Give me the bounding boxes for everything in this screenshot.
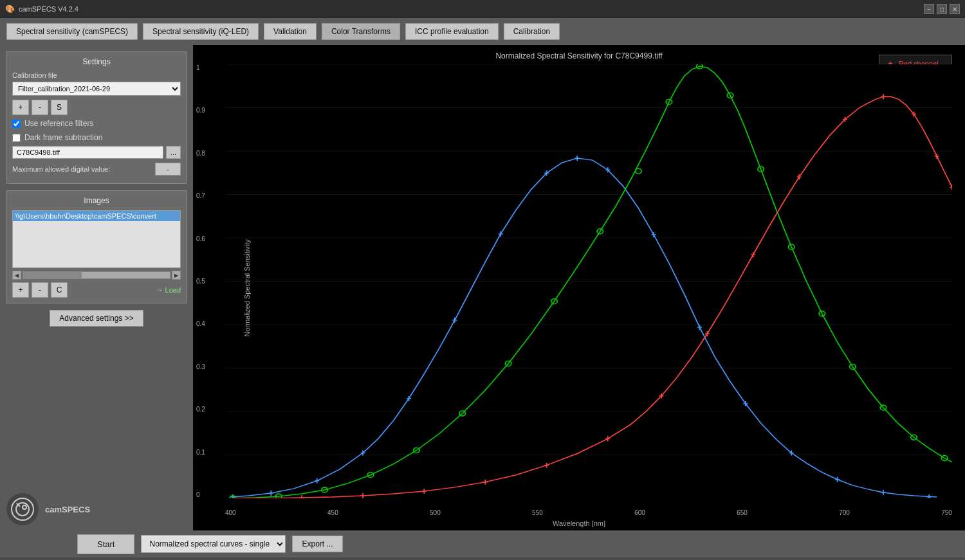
close-button[interactable]: ✕ — [950, 4, 960, 14]
title-bar: 🎨 camSPECS V4.2.4 − □ ✕ — [0, 0, 965, 18]
x-tick-550: 550 — [532, 509, 543, 516]
spectral-sensitivity-iqled-button[interactable]: Spectral sensitivity (iQ-LED) — [143, 23, 259, 40]
color-transforms-button[interactable]: Color Transforms — [322, 23, 400, 40]
start-button[interactable]: Start — [77, 534, 134, 554]
export-button[interactable]: Export ... — [292, 536, 342, 552]
y-tick-6: 0.6 — [196, 235, 205, 242]
y-tick-8: 0.8 — [196, 150, 205, 157]
logo-circle — [6, 493, 39, 525]
calibration-file-select[interactable]: Filter_calibration_2021-06-29 — [12, 82, 181, 96]
x-tick-600: 600 — [634, 509, 645, 516]
x-tick-650: 650 — [737, 509, 748, 516]
y-tick-4: 0.4 — [196, 320, 205, 327]
load-link[interactable]: → Load — [156, 286, 181, 294]
settings-panel: Settings Calibration file Filter_calibra… — [6, 51, 187, 184]
spectral-sensitivity-camspecs-button[interactable]: Spectral sensitivity (camSPECS) — [6, 23, 138, 40]
dark-frame-subtraction-checkbox[interactable] — [12, 134, 21, 142]
use-reference-filters-row: Use reference filters — [12, 119, 181, 128]
calibration-file-label: Calibration file — [12, 71, 181, 79]
images-panel: Images \\g\Users\hbuhr\Desktop\camSPECS\… — [6, 190, 187, 303]
bottom-bar: Start Normalized spectral curves - singl… — [0, 530, 965, 557]
add-image-button[interactable]: + — [12, 282, 29, 298]
scrollbar-row: ◀ ▶ — [12, 271, 181, 280]
advanced-settings-button[interactable]: Advanced settings >> — [50, 310, 143, 327]
x-axis-label: Wavelength [nm] — [553, 519, 605, 527]
y-tick-3: 0.3 — [196, 363, 205, 370]
minimize-button[interactable]: − — [924, 4, 934, 14]
logo-text: camSPECS — [45, 505, 90, 514]
images-buttons-row: + - C → Load — [12, 282, 181, 298]
validation-button[interactable]: Validation — [264, 23, 317, 40]
y-tick-0: 0 — [196, 491, 205, 498]
images-list[interactable]: \\g\Users\hbuhr\Desktop\camSPECS\convert — [12, 210, 181, 268]
svg-point-0 — [12, 498, 33, 520]
max-digital-input[interactable] — [155, 163, 181, 176]
y-tick-5: 0.5 — [196, 278, 205, 285]
use-reference-filters-label: Use reference filters — [24, 119, 93, 128]
scroll-track[interactable] — [23, 271, 170, 279]
title-bar-controls: − □ ✕ — [924, 4, 960, 14]
clear-images-button[interactable]: C — [51, 282, 68, 298]
y-tick-1: 0.1 — [196, 449, 205, 456]
dark-frame-subtraction-label: Dark frame subtraction — [24, 133, 102, 142]
title-bar-title: camSPECS V4.2.4 — [19, 5, 78, 13]
toolbar: Spectral sensitivity (camSPECS) Spectral… — [0, 18, 965, 45]
x-tick-700: 700 — [839, 509, 850, 516]
y-tick-10: 1 — [196, 64, 205, 71]
export-type-dropdown[interactable]: Normalized spectral curves - single Norm… — [141, 535, 286, 553]
app-icon: 🎨 — [5, 5, 15, 14]
y-tick-9: 0.9 — [196, 107, 205, 114]
remove-calibration-button[interactable]: - — [32, 100, 48, 115]
calibration-button[interactable]: Calibration — [504, 23, 560, 40]
main-content: Settings Calibration file Filter_calibra… — [0, 45, 965, 530]
max-digital-row: Maximum allowed digital value: — [12, 163, 181, 176]
y-tick-2: 0.2 — [196, 406, 205, 413]
scroll-left-arrow[interactable]: ◀ — [12, 271, 21, 280]
list-item: \\g\Users\hbuhr\Desktop\camSPECS\convert — [13, 211, 180, 221]
chart-area: Normalized Spectral Sensitivity for C78C… — [193, 45, 965, 530]
browse-button[interactable]: ... — [166, 146, 181, 159]
x-tick-450: 450 — [327, 509, 338, 516]
dark-frame-subtraction-row: Dark frame subtraction — [12, 133, 181, 142]
images-panel-title: Images — [12, 196, 181, 205]
x-tick-500: 500 — [430, 509, 441, 516]
title-bar-left: 🎨 camSPECS V4.2.4 — [5, 5, 78, 14]
image-file-input[interactable] — [12, 146, 163, 159]
x-tick-750: 750 — [941, 509, 952, 516]
chart-title: Normalized Spectral Sensitivity for C78C… — [193, 51, 965, 60]
x-tick-400: 400 — [225, 509, 236, 516]
calibration-buttons-row: + - S — [12, 100, 181, 115]
calibration-file-row: Filter_calibration_2021-06-29 — [12, 82, 181, 96]
remove-image-button[interactable]: - — [32, 282, 48, 298]
max-digital-label: Maximum allowed digital value: — [12, 165, 150, 173]
icc-profile-evaluation-button[interactable]: ICC profile evaluation — [405, 23, 499, 40]
svg-point-2 — [23, 505, 26, 509]
maximize-button[interactable]: □ — [937, 4, 947, 14]
add-calibration-button[interactable]: + — [12, 100, 29, 115]
scroll-thumb — [23, 272, 82, 278]
sidebar-logo-area: camSPECS — [0, 488, 193, 530]
y-axis-label: Normalized Spectral Sensitivity — [243, 239, 251, 337]
scroll-right-arrow[interactable]: ▶ — [172, 271, 181, 280]
use-reference-filters-checkbox[interactable] — [12, 120, 21, 128]
logo-icon — [10, 497, 35, 521]
save-calibration-button[interactable]: S — [51, 100, 68, 115]
settings-panel-title: Settings — [12, 57, 181, 66]
sidebar: Settings Calibration file Filter_calibra… — [0, 45, 193, 530]
y-tick-7: 0.7 — [196, 192, 205, 199]
x-axis-ticks: 400 450 500 550 600 650 700 750 — [225, 509, 952, 516]
y-axis-ticks: 0 0.1 0.2 0.3 0.4 0.5 0.6 0.7 0.8 0.9 1 — [196, 64, 205, 498]
chart-svg — [225, 64, 952, 498]
image-file-row: ... — [12, 146, 181, 159]
